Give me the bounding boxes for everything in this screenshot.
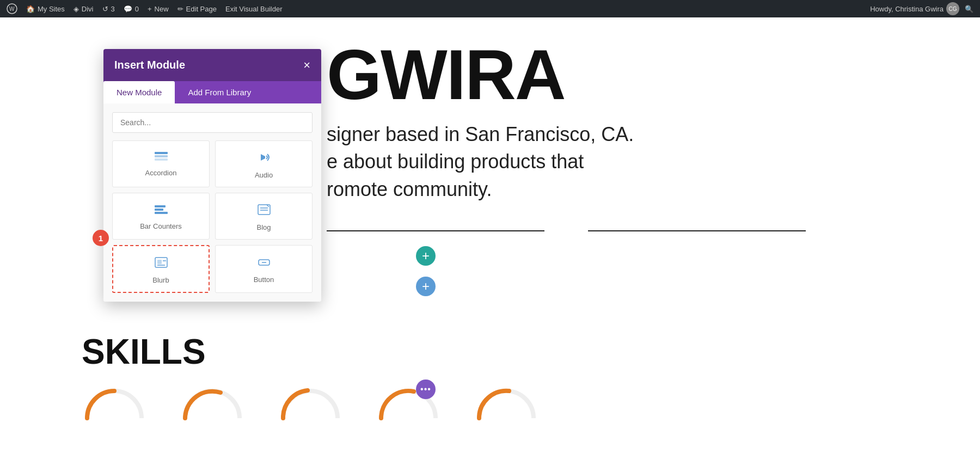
hero-line1: signer based in San Francisco, CA. (327, 121, 817, 148)
module-button[interactable]: Button (215, 245, 313, 293)
accordion-label: Accordion (145, 169, 177, 177)
dividers-row (327, 214, 871, 248)
svg-rect-4 (155, 158, 168, 161)
exit-vb-item[interactable]: Exit Visual Builder (225, 5, 283, 13)
blurb-icon (154, 256, 169, 272)
hero-description: signer based in San Francisco, CA. e abo… (327, 121, 817, 203)
divi-label: Divi (82, 5, 94, 13)
svg-rect-7 (155, 209, 163, 211)
module-audio[interactable]: Audio (215, 140, 313, 187)
module-blog[interactable]: Blog (215, 193, 313, 240)
skills-section: SKILLS (82, 332, 539, 426)
tab-add-from-library[interactable]: Add From Library (175, 81, 264, 103)
dialog-title: Insert Module (114, 59, 185, 71)
comments-item[interactable]: 💬 0 (124, 5, 139, 13)
bar-counters-label: Bar Counters (140, 222, 182, 230)
blurb-label: Blurb (152, 276, 169, 284)
my-sites-item[interactable]: 🏠 My Sites (26, 5, 65, 13)
exit-vb-label: Exit Visual Builder (225, 5, 283, 13)
edit-page-item[interactable]: ✏ Edit Page (177, 5, 217, 13)
dialog-body: Accordion Audio (103, 103, 321, 302)
gauge-1 (82, 383, 147, 426)
divider-left (327, 230, 544, 231)
hero-line2: e about building products that (327, 148, 817, 175)
svg-rect-8 (155, 212, 168, 214)
new-item[interactable]: + New (148, 5, 169, 13)
plus-button-blue[interactable]: + (416, 277, 436, 296)
module-bar-counters[interactable]: Bar Counters (112, 193, 210, 240)
plus-button-purple-dots[interactable]: ••• (416, 380, 436, 399)
svg-rect-2 (155, 152, 168, 154)
updates-icon: ↺ (102, 5, 108, 13)
howdy-item[interactable]: Howdy, Christina Gwira CG (870, 2, 959, 15)
svg-rect-3 (155, 155, 168, 157)
skills-title: SKILLS (82, 332, 539, 372)
audio-label: Audio (255, 171, 273, 179)
insert-module-dialog: Insert Module × New Module Add From Libr… (103, 49, 321, 302)
badge-number: 1 (93, 230, 109, 246)
button-label: Button (254, 276, 274, 284)
hero-line3: romote community. (327, 176, 817, 203)
divider-right (588, 230, 806, 231)
blog-label: Blog (256, 223, 271, 231)
module-search-input[interactable] (112, 112, 313, 133)
new-icon: + (148, 5, 152, 13)
edit-icon: ✏ (177, 5, 183, 13)
howdy-text: Howdy, Christina Gwira (870, 5, 944, 13)
search-item[interactable]: 🔍 (965, 5, 973, 13)
new-label: New (155, 5, 169, 13)
gauge-3 (278, 383, 343, 426)
gauges-row (82, 383, 539, 426)
gauge-2 (180, 383, 245, 426)
button-icon (256, 255, 272, 271)
my-sites-icon: 🏠 (26, 5, 35, 13)
tab-new-module[interactable]: New Module (103, 81, 175, 103)
module-accordion[interactable]: Accordion (112, 140, 210, 187)
edit-page-label: Edit Page (186, 5, 217, 13)
divi-icon: ◈ (74, 5, 79, 13)
main-content: GWIRA signer based in San Francisco, CA.… (0, 17, 980, 459)
svg-text:W: W (9, 6, 15, 12)
admin-bar-right: Howdy, Christina Gwira CG 🔍 (870, 2, 973, 15)
blog-icon (256, 203, 272, 219)
svg-rect-13 (157, 260, 162, 264)
my-sites-label: My Sites (38, 5, 65, 13)
svg-rect-6 (155, 205, 166, 207)
admin-bar: W 🏠 My Sites ◈ Divi ↺ 3 💬 0 + New ✏ Edit… (0, 0, 980, 17)
divi-item[interactable]: ◈ Divi (74, 5, 94, 13)
module-blurb[interactable]: Blurb (112, 245, 210, 293)
comments-count: 0 (135, 5, 139, 13)
updates-item[interactable]: ↺ 3 (102, 5, 115, 13)
gauge-5 (474, 383, 539, 426)
avatar: CG (946, 2, 959, 15)
audio-icon (256, 151, 272, 167)
updates-count: 3 (111, 5, 115, 13)
bar-counters-icon (154, 203, 169, 218)
wp-logo-item[interactable]: W (7, 3, 17, 14)
site-title: GWIRA (327, 39, 871, 110)
svg-marker-5 (261, 154, 265, 161)
comments-icon: 💬 (124, 5, 132, 13)
dialog-header: Insert Module × (103, 49, 321, 81)
plus-button-teal[interactable]: + (416, 246, 436, 266)
accordion-icon (154, 151, 169, 164)
modules-grid: Accordion Audio (112, 140, 313, 293)
search-icon: 🔍 (965, 5, 973, 13)
dialog-tabs: New Module Add From Library (103, 81, 321, 103)
dialog-close-button[interactable]: × (303, 59, 310, 71)
